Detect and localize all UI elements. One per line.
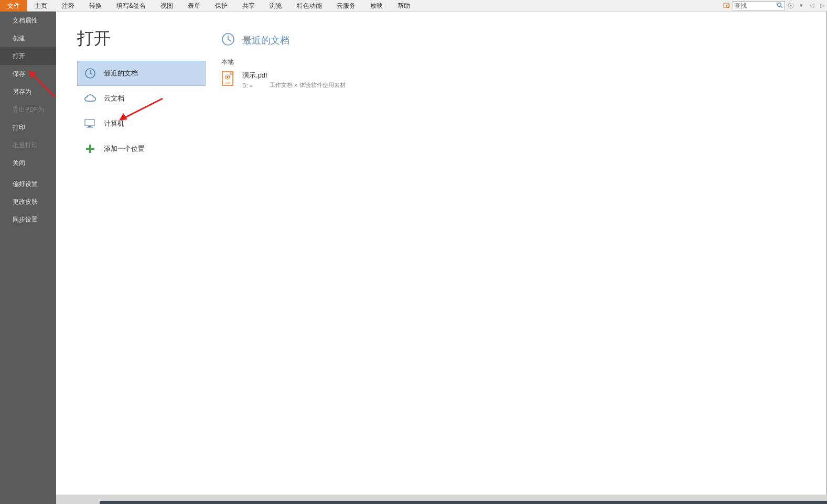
pdf-file-icon: PDF [221, 71, 235, 86]
menu-tab-form[interactable]: 表单 [180, 0, 208, 12]
menu-tab-share[interactable]: 共享 [235, 0, 262, 12]
search-box [733, 1, 785, 10]
nav-back-icon[interactable]: ◁ [807, 1, 817, 10]
svg-point-5 [790, 5, 792, 6]
section-label-local: 本地 [221, 58, 826, 67]
svg-text:PDF: PDF [225, 81, 230, 84]
svg-rect-11 [87, 127, 93, 128]
sub-item-recent[interactable]: 最近的文档 [77, 61, 206, 86]
svg-point-2 [778, 3, 781, 6]
search-tool-icon[interactable] [722, 2, 732, 10]
svg-rect-13 [86, 148, 94, 150]
clock-icon [221, 32, 235, 48]
clock-icon [84, 67, 96, 80]
sub-item-label: 最近的文档 [104, 69, 138, 78]
svg-line-8 [90, 73, 92, 74]
file-path: D: » 工作文档 » 体验软件使用素材 [242, 81, 346, 89]
svg-rect-9 [85, 119, 94, 126]
taskbar-sliver [100, 501, 827, 504]
detail-title: 最近的文档 [242, 34, 289, 47]
menu-tab-file[interactable]: 文件 [0, 0, 27, 12]
svg-line-3 [781, 6, 782, 8]
menu-tab-cloud[interactable]: 云服务 [329, 0, 363, 12]
sidebar-item-create[interactable]: 创建 [0, 29, 56, 47]
search-button[interactable] [775, 1, 785, 10]
cloud-icon [84, 92, 96, 105]
menu-tab-protect[interactable]: 保护 [208, 0, 235, 12]
recent-file-row[interactable]: PDF 演示.pdf D: » 工作文档 » 体验软件使用素材 [221, 71, 826, 89]
sidebar-item-batchprint[interactable]: 批量打印 [0, 136, 56, 154]
sidebar-item-open[interactable]: 打开 [0, 47, 56, 65]
sidebar-item-saveas[interactable]: 另存为 [0, 83, 56, 101]
page-title: 打开 [77, 27, 206, 50]
sub-item-label: 云文档 [104, 94, 124, 103]
sidebar-item-close[interactable]: 关闭 [0, 154, 56, 172]
menu-tab-comment[interactable]: 注释 [55, 0, 82, 12]
top-menu-bar: 文件 主页 注释 转换 填写&签名 视图 表单 保护 共享 浏览 特色功能 云服… [0, 0, 827, 12]
file-sidebar: 文档属性 创建 打开 保存 另存为 导出PDF为 打印 批量打印 关闭 偏好设置… [0, 12, 56, 504]
sub-item-label: 添加一个位置 [104, 144, 145, 154]
svg-rect-10 [88, 126, 91, 127]
sidebar-item-sync[interactable]: 同步设置 [0, 211, 56, 228]
nav-forward-icon[interactable]: ▷ [818, 1, 827, 10]
sub-item-label: 计算机 [104, 119, 124, 128]
settings-icon[interactable] [786, 1, 796, 10]
sidebar-item-export[interactable]: 导出PDF为 [0, 101, 56, 118]
sidebar-item-skin[interactable]: 更改皮肤 [0, 193, 56, 211]
menu-tab-help[interactable]: 帮助 [390, 0, 417, 12]
menu-tab-slideshow[interactable]: 放映 [363, 0, 390, 12]
menu-tab-home[interactable]: 主页 [27, 0, 55, 12]
menu-tab-browse[interactable]: 浏览 [262, 0, 289, 12]
sub-item-addlocation[interactable]: 添加一个位置 [77, 136, 206, 161]
sub-item-computer[interactable]: 计算机 [77, 111, 206, 136]
plus-icon [84, 143, 96, 155]
search-input[interactable] [733, 2, 775, 9]
file-name: 演示.pdf [242, 71, 346, 80]
sidebar-item-properties[interactable]: 文档属性 [0, 12, 56, 29]
dropdown-icon[interactable]: ▾ [797, 1, 806, 10]
sidebar-item-save[interactable]: 保存 [0, 65, 56, 83]
menu-tab-fillsign[interactable]: 填写&签名 [109, 0, 153, 12]
sub-item-cloud[interactable]: 云文档 [77, 86, 206, 111]
sidebar-item-preferences[interactable]: 偏好设置 [0, 175, 56, 193]
computer-icon [84, 117, 96, 130]
sidebar-item-print[interactable]: 打印 [0, 118, 56, 136]
menu-tab-feature[interactable]: 特色功能 [289, 0, 329, 12]
menu-tab-convert[interactable]: 转换 [82, 0, 109, 12]
menu-tab-view[interactable]: 视图 [153, 0, 180, 12]
svg-line-16 [228, 39, 231, 41]
content-area: 打开 最近的文档 云文档 [56, 12, 827, 504]
